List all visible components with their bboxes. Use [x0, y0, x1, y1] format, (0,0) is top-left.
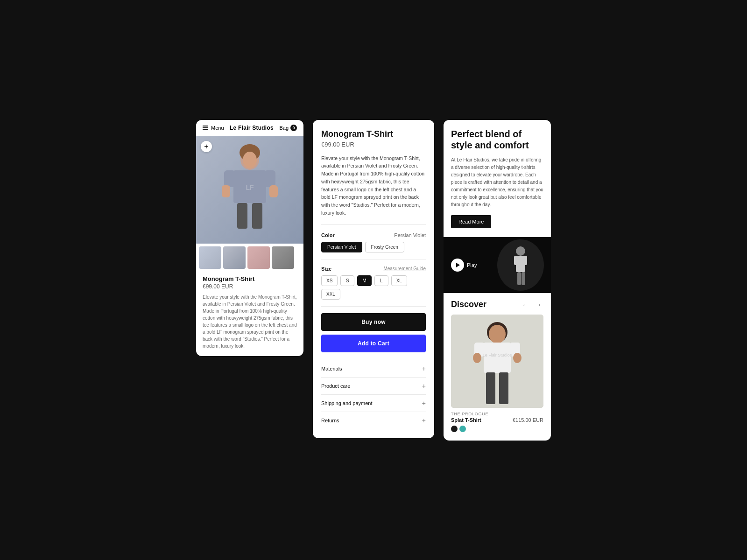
measurement-guide-link[interactable]: Measurement Guide [383, 266, 426, 271]
brand-body: At Le Flair Studios, we take pride in of… [451, 156, 543, 209]
swatch-teal[interactable] [459, 426, 466, 432]
play-button[interactable]: Play [451, 259, 477, 272]
accordion-materials-label: Materials [321, 366, 342, 371]
play-triangle-icon [456, 263, 460, 267]
mobile-header: Menu Le Flair Studios Bag 0 [196, 120, 303, 136]
mobile-product-image: + LF [196, 136, 303, 244]
discover-navigation: ← → [520, 300, 543, 310]
hamburger-icon [203, 126, 208, 130]
color-persian-violet[interactable]: Persian Violet [321, 242, 362, 252]
buy-now-button[interactable]: Buy now [321, 313, 426, 331]
size-selector: XS S M L XL XXL [321, 275, 426, 300]
mobile-product-name: Monogram T-Shirt [203, 275, 297, 282]
accordion-product-care-icon: + [422, 382, 426, 390]
thumbnail-1[interactable] [199, 246, 221, 269]
color-option-row: Color Persian Violet [321, 232, 426, 238]
size-xxl[interactable]: XXL [321, 289, 340, 300]
accordion-returns-label: Returns [321, 418, 339, 423]
size-label: Size [321, 266, 331, 272]
discover-model-illustration: Le Flair Studios [451, 315, 543, 408]
discover-model-area: Le Flair Studios [451, 315, 543, 408]
discover-next-button[interactable]: → [533, 300, 543, 310]
play-circle [451, 259, 464, 272]
svg-rect-8 [269, 185, 278, 197]
discover-color-swatches [451, 426, 543, 432]
accordion-returns[interactable]: Returns + [321, 412, 426, 429]
svg-rect-15 [514, 256, 518, 265]
size-section: Size Measurement Guide XS S M L XL XXL [321, 266, 426, 307]
video-section: Play [444, 237, 551, 293]
svg-point-13 [516, 246, 525, 256]
color-selector: Persian Violet Frosty Green [321, 242, 426, 259]
brand-headline: Perfect blend of style and comfort [451, 128, 543, 151]
model-illustration: LF [219, 143, 280, 237]
add-button[interactable]: + [201, 141, 212, 152]
svg-rect-10 [252, 203, 262, 229]
size-xl[interactable]: XL [391, 275, 407, 286]
product-title: Monogram T-Shirt [321, 129, 426, 139]
play-label: Play [467, 262, 477, 268]
accordion-materials-icon: + [422, 365, 426, 372]
mobile-logo: Le Flair Studios [230, 125, 274, 131]
size-option-row: Size Measurement Guide [321, 266, 426, 272]
action-buttons: Buy now Add to Cart [321, 313, 426, 352]
accordion-shipping[interactable]: Shipping and payment + [321, 394, 426, 412]
accordion-shipping-label: Shipping and payment [321, 400, 372, 406]
svg-point-26 [513, 353, 521, 363]
thumbnail-4[interactable] [272, 246, 294, 269]
mobile-product-info: Monogram T-Shirt €99.00 EUR Elevate your… [196, 272, 303, 356]
discover-product-price: €115.00 EUR [513, 417, 543, 423]
svg-text:LF: LF [246, 184, 254, 191]
size-m[interactable]: M [357, 275, 371, 286]
svg-rect-22 [484, 343, 511, 373]
right-panel: Perfect blend of style and comfort At Le… [444, 120, 551, 441]
accordion-product-care-label: Product care [321, 383, 350, 389]
accordion-materials[interactable]: Materials + [321, 360, 426, 377]
discover-product-name: Splat T-Shirt [451, 417, 481, 423]
mobile-bag-label: Bag [279, 125, 289, 131]
color-selected: Persian Violet [394, 232, 426, 238]
discover-card[interactable]: Le Flair Studios [451, 315, 543, 408]
size-l[interactable]: L [374, 275, 388, 286]
mobile-menu[interactable]: Menu [203, 125, 224, 131]
product-description: Elevate your style with the Monogram T-S… [321, 154, 426, 225]
product-price: €99.00 EUR [321, 141, 426, 148]
svg-point-21 [489, 325, 506, 343]
thumbnail-2[interactable] [223, 246, 246, 269]
swatch-black[interactable] [451, 426, 458, 432]
accordion-section: Materials + Product care + Shipping and … [321, 360, 426, 429]
mobile-product-price: €99.00 EUR [203, 283, 297, 290]
discover-header: Discover ← → [451, 300, 543, 310]
mobile-bag[interactable]: Bag 0 [279, 125, 297, 131]
mobile-mockup: Menu Le Flair Studios Bag 0 + [196, 120, 303, 356]
discover-prev-button[interactable]: ← [520, 300, 530, 310]
bag-count: 0 [290, 125, 297, 131]
mobile-thumbnails [196, 244, 303, 272]
svg-rect-16 [523, 256, 527, 265]
svg-rect-9 [237, 203, 247, 229]
size-xs[interactable]: XS [321, 275, 338, 286]
add-to-cart-button[interactable]: Add to Cart [321, 335, 426, 352]
svg-point-2 [243, 152, 257, 168]
accordion-product-care[interactable]: Product care + [321, 377, 426, 394]
thumbnail-3[interactable] [247, 246, 270, 269]
discover-title: Discover [451, 300, 486, 309]
discover-collection: THE PROLOGUE [451, 412, 543, 416]
accordion-returns-icon: + [422, 417, 426, 424]
svg-rect-28 [486, 372, 495, 404]
svg-point-25 [473, 353, 481, 363]
svg-rect-29 [499, 372, 508, 404]
svg-rect-7 [222, 185, 230, 197]
accordion-shipping-icon: + [422, 399, 426, 407]
discover-product-row: Splat T-Shirt €115.00 EUR [451, 417, 543, 423]
color-frosty-green[interactable]: Frosty Green [365, 242, 404, 252]
mobile-menu-label: Menu [211, 125, 224, 131]
brand-section: Perfect blend of style and comfort At Le… [444, 120, 551, 237]
svg-rect-4 [224, 170, 235, 187]
color-label: Color [321, 232, 335, 238]
mobile-product-description: Elevate your style with the Monogram T-S… [203, 294, 297, 350]
product-detail-panel: Monogram T-Shirt €99.00 EUR Elevate your… [313, 120, 434, 438]
size-s[interactable]: S [340, 275, 354, 286]
svg-rect-18 [521, 272, 525, 285]
read-more-button[interactable]: Read More [451, 215, 491, 228]
